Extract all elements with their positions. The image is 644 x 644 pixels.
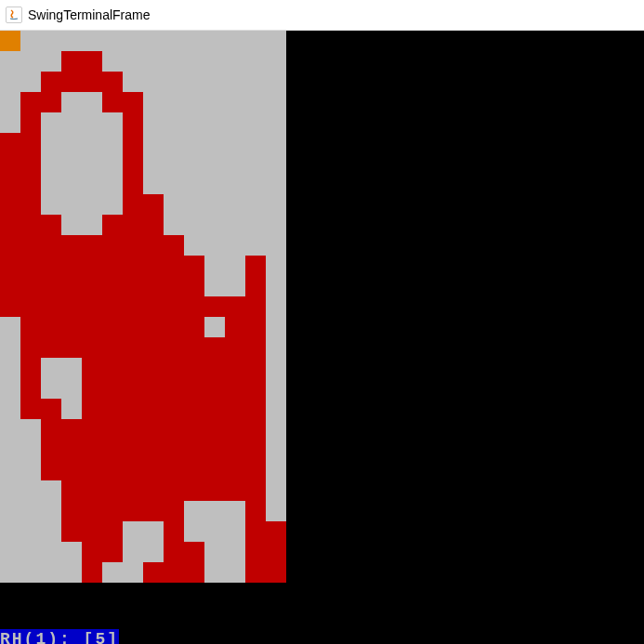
svg-rect-31: [143, 215, 164, 235]
svg-rect-127: [204, 399, 225, 419]
svg-rect-44: [61, 256, 82, 276]
pixel-art-canvas: [0, 31, 644, 644]
console-output: RH(1): [5] CH(1): [6] > WELL DONE: [0, 588, 119, 644]
svg-rect-158: [164, 460, 184, 480]
svg-rect-135: [143, 419, 164, 440]
svg-rect-71: [164, 296, 184, 317]
svg-rect-20: [20, 174, 41, 194]
svg-rect-60: [164, 276, 184, 296]
svg-rect-112: [123, 378, 143, 399]
svg-rect-91: [102, 337, 123, 358]
svg-rect-69: [123, 296, 143, 317]
svg-rect-179: [245, 501, 266, 521]
svg-rect-5: [82, 72, 102, 92]
svg-rect-89: [61, 337, 82, 358]
svg-rect-196: [245, 562, 266, 583]
svg-rect-180: [61, 521, 82, 542]
svg-rect-178: [164, 501, 184, 521]
svg-rect-68: [102, 296, 123, 317]
svg-rect-84: [184, 317, 204, 337]
svg-rect-39: [143, 235, 164, 256]
svg-rect-187: [102, 542, 123, 562]
svg-rect-92: [123, 337, 143, 358]
svg-rect-17: [20, 153, 41, 174]
svg-rect-184: [245, 521, 266, 542]
svg-rect-64: [20, 296, 41, 317]
svg-rect-16: [0, 153, 20, 174]
svg-rect-57: [102, 276, 123, 296]
terminal-area[interactable]: RH(1): [5] CH(1): [6] > WELL DONE: [0, 31, 644, 644]
svg-rect-49: [164, 256, 184, 276]
svg-rect-62: [245, 276, 266, 296]
svg-rect-66: [61, 296, 82, 317]
svg-rect-78: [61, 317, 82, 337]
svg-rect-25: [143, 194, 164, 215]
svg-rect-154: [82, 460, 102, 480]
svg-rect-142: [61, 440, 82, 460]
svg-rect-21: [123, 174, 143, 194]
svg-rect-121: [82, 399, 102, 419]
svg-rect-58: [123, 276, 143, 296]
svg-rect-70: [143, 296, 164, 317]
svg-rect-152: [41, 460, 61, 480]
svg-rect-176: [123, 501, 143, 521]
svg-rect-114: [164, 378, 184, 399]
svg-rect-35: [61, 235, 82, 256]
svg-rect-105: [184, 358, 204, 378]
svg-rect-54: [41, 276, 61, 296]
svg-rect-138: [204, 419, 225, 440]
svg-rect-140: [245, 419, 266, 440]
svg-rect-7: [20, 92, 41, 112]
svg-rect-73: [204, 296, 225, 317]
svg-rect-83: [164, 317, 184, 337]
svg-rect-175: [102, 501, 123, 521]
svg-rect-117: [225, 378, 245, 399]
svg-rect-103: [143, 358, 164, 378]
svg-rect-164: [82, 480, 102, 501]
svg-rect-72: [184, 296, 204, 317]
svg-rect-59: [143, 276, 164, 296]
svg-rect-149: [204, 440, 225, 460]
svg-rect-51: [245, 256, 266, 276]
svg-rect-88: [41, 337, 61, 358]
svg-rect-74: [225, 296, 245, 317]
svg-rect-11: [20, 112, 41, 133]
svg-rect-182: [102, 521, 123, 542]
svg-rect-144: [102, 440, 123, 460]
svg-rect-23: [20, 194, 41, 215]
svg-rect-169: [184, 480, 204, 501]
svg-rect-38: [123, 235, 143, 256]
svg-rect-30: [123, 215, 143, 235]
svg-rect-162: [245, 460, 266, 480]
svg-rect-190: [245, 542, 266, 562]
svg-rect-2: [82, 51, 102, 72]
window-title: SwingTerminalFrame: [28, 7, 150, 22]
svg-rect-128: [225, 399, 245, 419]
titlebar: SwingTerminalFrame: [0, 0, 644, 31]
svg-rect-163: [61, 480, 82, 501]
svg-rect-106: [204, 358, 225, 378]
svg-rect-133: [102, 419, 123, 440]
svg-rect-14: [20, 133, 41, 153]
svg-rect-126: [184, 399, 204, 419]
svg-rect-193: [143, 562, 164, 583]
svg-rect-27: [20, 215, 41, 235]
svg-rect-47: [123, 256, 143, 276]
svg-rect-136: [164, 419, 184, 440]
svg-rect-191: [266, 542, 286, 562]
svg-rect-145: [123, 440, 143, 460]
svg-rect-113: [143, 378, 164, 399]
svg-rect-18: [123, 153, 143, 174]
svg-rect-95: [184, 337, 204, 358]
svg-rect-63: [0, 296, 20, 317]
svg-rect-93: [143, 337, 164, 358]
svg-rect-174: [82, 501, 102, 521]
svg-rect-155: [102, 460, 123, 480]
svg-rect-122: [102, 399, 123, 419]
svg-rect-24: [123, 194, 143, 215]
svg-rect-90: [82, 337, 102, 358]
svg-rect-167: [143, 480, 164, 501]
svg-rect-119: [20, 399, 41, 419]
svg-rect-97: [225, 337, 245, 358]
svg-rect-12: [123, 112, 143, 133]
